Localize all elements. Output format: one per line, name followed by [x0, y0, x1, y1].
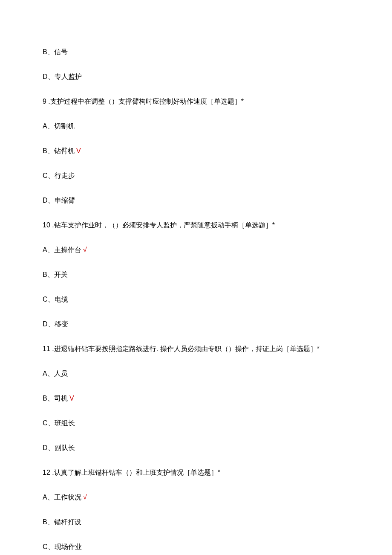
option-text: B、开关 — [43, 271, 68, 278]
q12-stem: 12 .认真了解上班锚杆钻车（）和上班支护情况［单选题］* — [43, 468, 349, 478]
q9-option-b: B、钻臂机 V — [43, 146, 349, 156]
question-text: 12 .认真了解上班锚杆钻车（）和上班支护情况［单选题］* — [43, 469, 220, 476]
q10-option-a: A、主操作台 √ — [43, 245, 349, 255]
q11-option-b: B、司机 V — [43, 393, 349, 404]
q8-option-b: B、信号 — [43, 47, 349, 57]
option-text: C、现场作业 — [43, 543, 82, 550]
check-mark-icon: V — [68, 395, 74, 402]
q8-option-d: D、专人监护 — [43, 72, 349, 82]
question-text: 10 .钻车支护作业时，（）必须安排专人监护，严禁随意扳动手柄［单选题］* — [43, 221, 275, 229]
check-mark-icon: √ — [81, 494, 87, 501]
option-text: C、班组长 — [43, 419, 75, 427]
q12-option-a: A、工作状况 √ — [43, 492, 349, 503]
option-text: C、行走步 — [43, 172, 75, 179]
option-text: B、信号 — [43, 48, 68, 55]
q10-option-d: D、移变 — [43, 319, 349, 329]
document-page: B、信号 D、专人监护 9 .支护过程中在调整（）支撑臂构时应控制好动作速度［单… — [0, 0, 392, 555]
option-text: A、人员 — [43, 370, 68, 377]
q12-option-b: B、锚杆打设 — [43, 517, 349, 527]
option-text: A、切割机 — [43, 122, 75, 130]
q9-option-c: C、行走步 — [43, 171, 349, 181]
q10-option-c: C、电缆 — [43, 294, 349, 305]
option-text: A、主操作台 — [43, 246, 81, 253]
q12-option-c: C、现场作业 — [43, 542, 349, 552]
option-text: D、专人监护 — [43, 73, 82, 80]
option-text: A、工作状况 — [43, 494, 81, 501]
q9-stem: 9 .支护过程中在调整（）支撑臂构时应控制好动作速度［单选题］* — [43, 96, 349, 107]
question-text: 9 .支护过程中在调整（）支撑臂构时应控制好动作速度［单选题］* — [43, 98, 244, 105]
check-mark-icon: √ — [81, 246, 87, 253]
check-mark-icon: V — [75, 147, 81, 154]
option-text: D、申缩臂 — [43, 197, 75, 204]
option-text: C、电缆 — [43, 296, 68, 303]
option-text: D、副队长 — [43, 444, 75, 451]
q9-option-d: D、申缩臂 — [43, 195, 349, 206]
q11-option-d: D、副队长 — [43, 443, 349, 453]
q10-stem: 10 .钻车支护作业时，（）必须安排专人监护，严禁随意扳动手柄［单选题］* — [43, 220, 349, 230]
option-text: B、司机 — [43, 395, 68, 402]
option-text: B、锚杆打设 — [43, 518, 81, 526]
q11-option-c: C、班组长 — [43, 418, 349, 428]
q11-stem: 11 .进退锚杆钻车要按照指定路线进行. 操作人员必须由专职（）操作，持证上岗［… — [43, 344, 349, 354]
q11-option-a: A、人员 — [43, 369, 349, 379]
question-text: 11 .进退锚杆钻车要按照指定路线进行. 操作人员必须由专职（）操作，持证上岗［… — [43, 345, 320, 352]
q9-option-a: A、切割机 — [43, 121, 349, 131]
q10-option-b: B、开关 — [43, 270, 349, 280]
option-text: B、钻臂机 — [43, 147, 75, 154]
option-text: D、移变 — [43, 320, 68, 328]
